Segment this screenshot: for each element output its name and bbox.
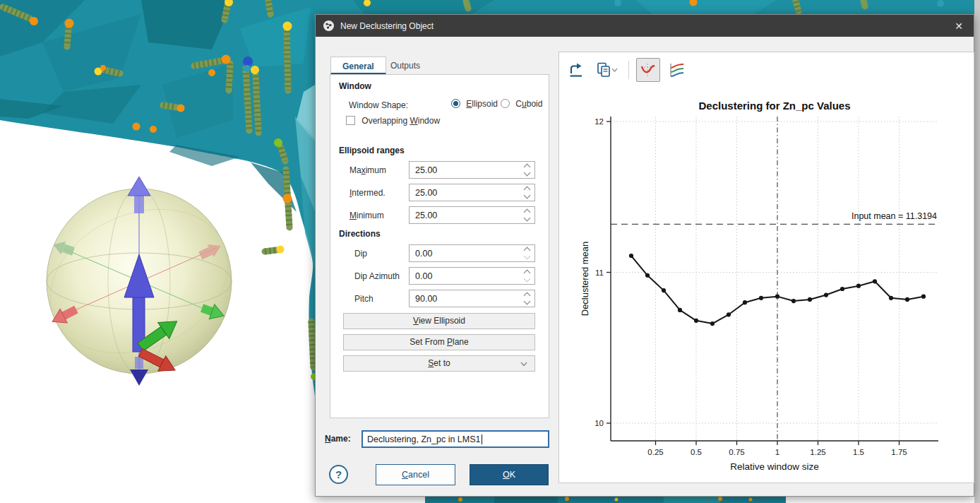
- minimum-field[interactable]: [409, 206, 535, 224]
- copy-icon: [595, 61, 619, 78]
- svg-text:Declustered mean: Declustered mean: [580, 242, 590, 316]
- cumulative-curves-icon: [669, 61, 686, 78]
- close-button[interactable]: ✕: [951, 20, 967, 32]
- window-group-title: Window: [339, 81, 371, 91]
- svg-text:0.5: 0.5: [691, 448, 702, 456]
- svg-text:10: 10: [594, 419, 604, 427]
- view-ellipsoid-button[interactable]: View Ellipsoid: [343, 313, 535, 329]
- declustered-mean-chart-toggle[interactable]: [636, 58, 660, 82]
- svg-text:Declustering for Zn_pc Values: Declustering for Zn_pc Values: [698, 100, 850, 112]
- svg-text:0.75: 0.75: [729, 448, 744, 456]
- maximum-input[interactable]: [410, 165, 519, 175]
- export-icon: [568, 61, 585, 78]
- radio-cuboid[interactable]: Cuboid: [501, 99, 542, 109]
- new-declustering-dialog: New Declustering Object ✕ General Output…: [315, 14, 974, 497]
- pitch-field[interactable]: [409, 290, 535, 307]
- copy-chart-button[interactable]: [593, 59, 621, 81]
- svg-text:Relative window size: Relative window size: [730, 461, 818, 472]
- svg-text:1.5: 1.5: [853, 448, 864, 456]
- overlapping-window-checkbox[interactable]: Overlapping Window: [346, 116, 440, 126]
- ellipsoid-widget[interactable]: [28, 177, 251, 386]
- intermed-label: Intermed.: [349, 188, 386, 198]
- pitch-input[interactable]: [410, 294, 519, 304]
- spin-down-icon[interactable]: [523, 170, 530, 177]
- chart-toolbar: [565, 57, 688, 83]
- chevron-down-icon: [520, 362, 527, 367]
- app-right-edge: [974, 0, 980, 503]
- radio-ellipsoid[interactable]: Ellipsoid: [451, 99, 498, 109]
- maximum-label: Maximum: [349, 165, 386, 175]
- maximum-field[interactable]: [409, 161, 535, 179]
- dip-azimuth-label: Dip Azimuth: [354, 271, 400, 281]
- dip-azimuth-field[interactable]: [409, 267, 535, 285]
- dip-field[interactable]: [409, 244, 535, 262]
- minimum-input[interactable]: [410, 211, 519, 220]
- svg-text:11: 11: [595, 268, 604, 277]
- set-from-plane-button[interactable]: Set From Plane: [343, 334, 535, 350]
- dialog-title: New Declustering Object: [340, 21, 434, 31]
- svg-text:1.75: 1.75: [891, 448, 907, 456]
- export-chart-button[interactable]: [565, 59, 587, 81]
- directions-group-title: Directions: [339, 229, 381, 239]
- spin-down-icon[interactable]: [523, 215, 530, 222]
- set-to-dropdown-button[interactable]: Set to: [343, 355, 535, 372]
- dialog-titlebar[interactable]: New Declustering Object ✕: [316, 15, 974, 37]
- spin-down-icon: [523, 253, 530, 260]
- declustering-chart: Input mean = 11.31941011120.250.50.7511.…: [559, 90, 974, 483]
- radio-cuboid-circle[interactable]: [501, 99, 510, 108]
- intermed-input[interactable]: [410, 188, 519, 198]
- tab-outputs[interactable]: Outputs: [379, 57, 431, 75]
- pitch-label: Pitch: [354, 294, 374, 304]
- ok-button[interactable]: OK: [470, 464, 549, 485]
- dip-input[interactable]: [410, 249, 519, 259]
- chart-panel: Input mean = 11.31941011120.250.50.7511.…: [558, 52, 974, 483]
- svg-text:Input mean = 11.3194: Input mean = 11.3194: [851, 211, 937, 221]
- text-caret: [482, 434, 482, 444]
- dip-label: Dip: [354, 249, 367, 259]
- name-input[interactable]: Declustering, Zn_pc in LMS1: [361, 430, 549, 448]
- radio-ellipsoid-circle[interactable]: [451, 99, 460, 108]
- svg-text:1: 1: [775, 448, 779, 456]
- cancel-button[interactable]: Cancel: [376, 464, 455, 485]
- declustering-icon: [323, 20, 335, 32]
- scene-bottom-strip: [425, 496, 786, 503]
- svg-text:12: 12: [594, 117, 604, 126]
- ranges-group-title: Ellipsoid ranges: [339, 146, 405, 155]
- checkbox-box[interactable]: [346, 116, 355, 125]
- svg-text:0.25: 0.25: [647, 448, 663, 456]
- name-label: Name:: [325, 434, 351, 444]
- spin-down-icon[interactable]: [523, 298, 530, 305]
- cumulative-chart-toggle[interactable]: [666, 59, 688, 81]
- tab-general[interactable]: General: [330, 57, 386, 75]
- svg-text:1.25: 1.25: [810, 448, 825, 456]
- dip-azimuth-input[interactable]: [410, 271, 519, 281]
- spin-down-icon: [523, 276, 530, 283]
- intermed-field[interactable]: [409, 184, 535, 201]
- window-shape-label: Window Shape:: [349, 100, 408, 110]
- minimum-label: Minimum: [349, 211, 384, 220]
- declustered-curve-icon: [640, 61, 657, 78]
- help-button[interactable]: ?: [329, 465, 348, 484]
- spin-down-icon[interactable]: [523, 192, 530, 199]
- toolbar-separator: [628, 61, 629, 79]
